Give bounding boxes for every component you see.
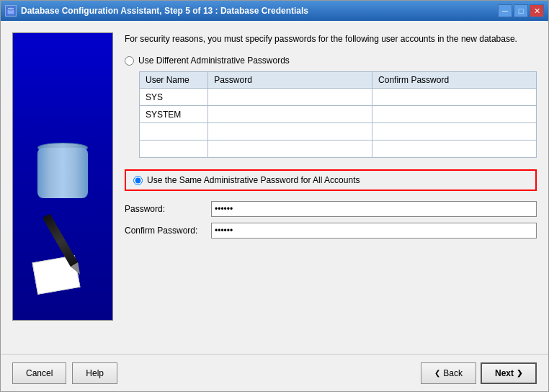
cell-username-system: SYSTEM (140, 106, 208, 123)
back-button[interactable]: ❮ Back (421, 362, 476, 384)
cell-password-sys[interactable] (208, 89, 372, 106)
radio-same-input[interactable] (133, 176, 143, 185)
cell-empty-2b (208, 141, 372, 158)
credentials-table: User Name Password Confirm Password SYS … (139, 71, 537, 158)
description-text: For security reasons, you must specify p… (125, 32, 537, 45)
radio-same-label: Use the Same Administrative Password for… (147, 175, 360, 185)
footer-left-buttons: Cancel Help (12, 362, 117, 384)
left-image-panel (12, 32, 113, 321)
cell-password-system[interactable] (208, 106, 372, 123)
password-input[interactable] (211, 201, 537, 217)
window-controls: ─ □ ✕ (498, 4, 544, 17)
back-arrow-icon: ❮ (434, 369, 440, 377)
svg-point-1 (7, 7, 14, 10)
table-row: SYS (140, 89, 537, 106)
footer-right-buttons: ❮ Back Next ❯ (421, 362, 537, 384)
window-title: Database Configuration Assistant, Step 5… (21, 6, 498, 16)
next-label: Next (495, 368, 514, 378)
confirm-password-row: Confirm Password: (125, 223, 537, 239)
confirm-password-label: Confirm Password: (125, 226, 211, 236)
help-button[interactable]: Help (72, 362, 117, 384)
cell-empty-1a (140, 123, 208, 141)
col-header-password: Password (208, 72, 372, 89)
content-area: For security reasons, you must specify p… (1, 21, 548, 354)
cell-empty-1c (372, 123, 537, 141)
next-button[interactable]: Next ❯ (481, 362, 537, 384)
radio-different-option[interactable]: Use Different Administrative Passwords (125, 55, 537, 66)
radio-different-input[interactable] (125, 56, 134, 66)
radio-different-label: Use Different Administrative Passwords (138, 55, 290, 66)
database-icon (37, 148, 88, 205)
sys-confirm-input[interactable] (378, 92, 530, 102)
table-row-empty-1 (140, 123, 537, 141)
radio-same-box[interactable]: Use the Same Administrative Password for… (125, 169, 537, 191)
pen-area (27, 205, 99, 291)
system-confirm-input[interactable] (378, 109, 530, 120)
table-row-empty-2 (140, 141, 537, 158)
table-row: SYSTEM (140, 106, 537, 123)
password-row: Password: (125, 201, 537, 217)
col-header-username: User Name (140, 72, 208, 89)
col-header-confirm: Confirm Password (372, 72, 537, 89)
maximize-button[interactable]: □ (514, 4, 528, 17)
cell-confirm-sys[interactable] (372, 89, 537, 106)
footer: Cancel Help ❮ Back Next ❯ (1, 354, 548, 391)
system-password-input[interactable] (214, 109, 366, 120)
title-bar: Database Configuration Assistant, Step 5… (1, 1, 548, 21)
sys-password-input[interactable] (214, 92, 366, 102)
cell-username-sys: SYS (140, 89, 208, 106)
confirm-password-input[interactable] (211, 223, 537, 239)
cell-empty-2c (372, 141, 537, 158)
window-icon (5, 5, 17, 17)
main-window: Database Configuration Assistant, Step 5… (0, 0, 549, 392)
next-arrow-icon: ❯ (517, 369, 522, 377)
close-button[interactable]: ✕ (530, 4, 544, 17)
cell-confirm-system[interactable] (372, 106, 537, 123)
minimize-button[interactable]: ─ (498, 4, 512, 17)
right-panel: For security reasons, you must specify p… (125, 32, 537, 342)
cancel-button[interactable]: Cancel (12, 362, 66, 384)
cell-empty-2a (140, 141, 208, 158)
password-label: Password: (125, 204, 211, 214)
cell-empty-1b (208, 123, 372, 141)
barrel-body (37, 148, 88, 198)
back-label: Back (443, 368, 463, 378)
